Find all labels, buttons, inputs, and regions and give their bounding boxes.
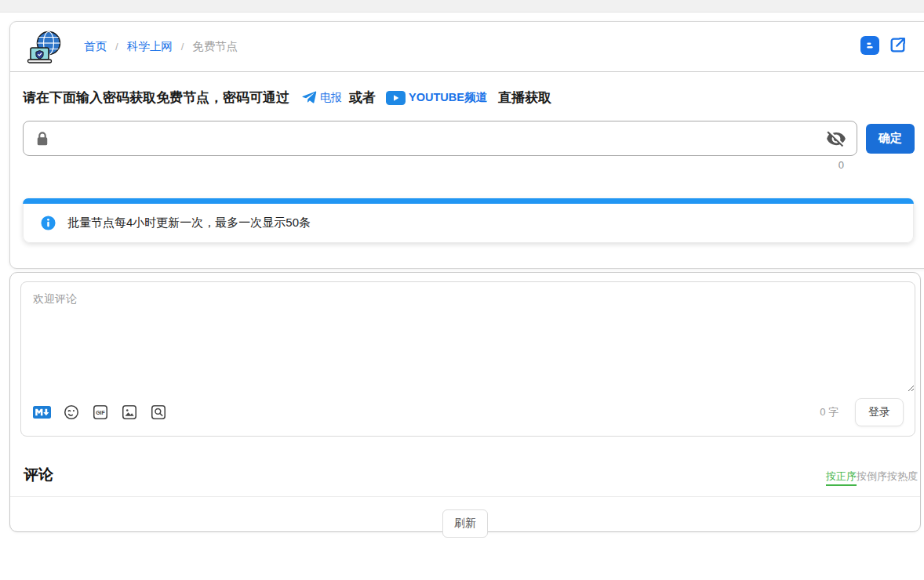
confirm-button[interactable]: 确定 <box>866 124 915 154</box>
login-button[interactable]: 登录 <box>855 398 904 426</box>
markdown-icon[interactable] <box>33 406 51 419</box>
editor-toolbar: GIF 0 <box>21 392 915 436</box>
breadcrumb-home-link[interactable]: 首页 <box>84 39 107 54</box>
emoji-icon[interactable] <box>63 404 80 421</box>
sort-asc-link[interactable]: 按正序 <box>826 469 857 486</box>
top-gray-bar <box>0 0 924 13</box>
breadcrumb-separator: / <box>115 41 118 53</box>
notice-body: 批量节点每4小时更新一次，最多一次显示50条 <box>23 204 914 243</box>
notice-card: 批量节点每4小时更新一次，最多一次显示50条 <box>23 198 914 243</box>
breadcrumb-separator: / <box>181 41 184 53</box>
password-row: 确定 <box>23 121 922 156</box>
telegram-icon <box>301 89 318 106</box>
lock-icon <box>34 130 51 147</box>
password-box <box>23 121 857 156</box>
gif-icon[interactable]: GIF <box>92 404 109 421</box>
blogger-icon[interactable] <box>860 36 879 55</box>
sort-desc-link[interactable]: 按倒序 <box>857 469 887 484</box>
site-logo-icon[interactable] <box>26 29 64 65</box>
card-header: 首页 / 科学上网 / 免费节点 <box>10 22 924 72</box>
instruction-or-text: 或者 <box>349 89 376 107</box>
instruction-tail-text: 直播获取 <box>498 89 551 107</box>
password-char-count: 0 <box>23 159 857 171</box>
info-icon <box>41 216 56 230</box>
sort-links: 按正序 按倒序 按热度 <box>826 469 918 486</box>
youtube-link-label: YOUTUBE频道 <box>409 90 487 105</box>
main-card: 首页 / 科学上网 / 免费节点 请在下面输入密码获取免费节点，密码可通过 电报 <box>9 21 924 269</box>
youtube-icon <box>386 91 406 105</box>
main-content: 请在下面输入密码获取免费节点，密码可通过 电报 或者 <box>10 72 924 243</box>
comment-card: GIF 0 <box>9 272 921 532</box>
youtube-link[interactable]: YOUTUBE频道 <box>386 90 487 105</box>
page: 首页 / 科学上网 / 免费节点 请在下面输入密码获取免费节点，密码可通过 电报 <box>0 0 924 580</box>
external-link-icon[interactable] <box>888 35 908 55</box>
visibility-off-icon[interactable] <box>826 129 846 149</box>
header-icons <box>860 35 908 55</box>
comments-title: 评论 <box>24 465 53 485</box>
breadcrumb-current: 免费节点 <box>192 39 238 54</box>
comment-textarea[interactable] <box>21 282 915 392</box>
image-icon[interactable] <box>121 404 138 421</box>
password-input[interactable] <box>59 132 818 145</box>
sort-hot-link[interactable]: 按热度 <box>887 469 918 484</box>
comment-editor-wrapper: GIF 0 <box>20 281 915 437</box>
comments-meta-row: 评论 按正序 按倒序 按热度 <box>10 465 920 497</box>
refresh-button[interactable]: 刷新 <box>442 509 488 538</box>
telegram-link[interactable]: 电报 <box>301 89 342 106</box>
telegram-link-label: 电报 <box>320 91 342 105</box>
breadcrumb: 首页 / 科学上网 / 免费节点 <box>84 39 238 54</box>
preview-icon[interactable] <box>150 404 167 421</box>
refresh-row: 刷新 <box>10 509 920 538</box>
breadcrumb-section-link[interactable]: 科学上网 <box>127 39 173 54</box>
svg-text:GIF: GIF <box>96 410 104 415</box>
editor-word-count: 0 字 <box>820 405 839 419</box>
notice-text: 批量节点每4小时更新一次，最多一次显示50条 <box>67 216 311 230</box>
instruction-lead-text: 请在下面输入密码获取免费节点，密码可通过 <box>23 89 289 107</box>
instruction-line: 请在下面输入密码获取免费节点，密码可通过 电报 或者 <box>23 89 922 107</box>
notice-accent-bar <box>23 198 914 204</box>
